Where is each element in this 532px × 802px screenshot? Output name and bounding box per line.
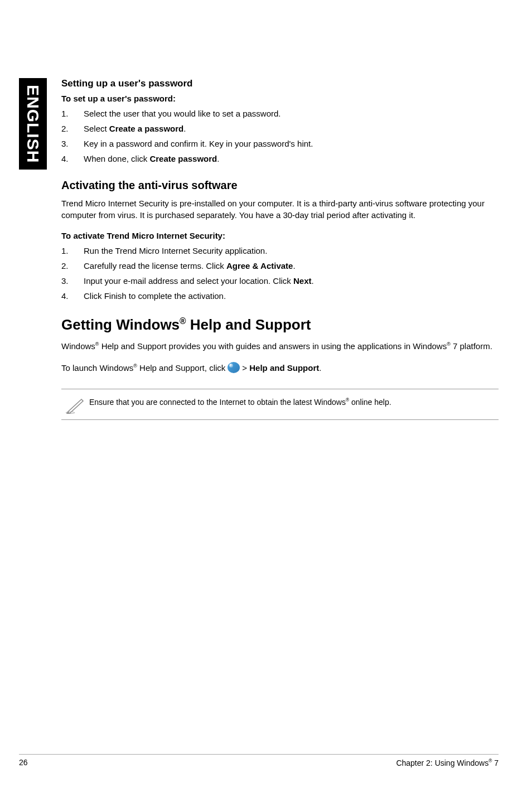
- bold-fragment: Agree & Activate: [226, 261, 293, 270]
- list-item: 3. Input your e-mail address and select …: [61, 276, 499, 286]
- bold-fragment: Create a password: [109, 124, 183, 133]
- step-number: 2.: [61, 261, 84, 270]
- page-number: 26: [19, 758, 28, 767]
- text-fragment: Carefully read the license terms. Click: [84, 261, 226, 270]
- subheading-set-password: To set up a user's password:: [61, 94, 499, 103]
- text-fragment: >: [242, 363, 249, 373]
- step-number: 2.: [61, 124, 84, 133]
- registered-mark: ®: [180, 316, 186, 326]
- body-text-antivirus: Trend Micro Internet Security is pre-ins…: [61, 197, 499, 221]
- step-number: 4.: [61, 291, 84, 301]
- text-fragment: .: [217, 154, 219, 163]
- text-fragment: Help and Support, click: [137, 363, 225, 373]
- bold-fragment: Create password: [149, 154, 217, 163]
- steps-set-password: 1. Select the user that you would like t…: [61, 109, 499, 163]
- list-item: 4. When done, click Create password.: [61, 154, 499, 163]
- step-number: 4.: [61, 154, 84, 163]
- step-number: 1.: [61, 246, 84, 255]
- text-fragment: Chapter 2: Using Windows: [396, 758, 489, 767]
- note-text: Ensure that you are connected to the Int…: [89, 395, 391, 407]
- windows-start-icon: [228, 362, 240, 373]
- note-callout: Ensure that you are connected to the Int…: [61, 389, 499, 420]
- section-heading-antivirus: Activating the anti-virus software: [61, 179, 499, 192]
- chapter-label: Chapter 2: Using Windows® 7: [396, 758, 499, 767]
- text-fragment: To launch Windows® Help and Support, cli…: [61, 363, 225, 373]
- body-text-help-support: Windows® Help and Support provides you w…: [61, 340, 499, 352]
- list-item: 2. Carefully read the license terms. Cli…: [61, 261, 499, 270]
- text-fragment: When done, click: [84, 154, 149, 163]
- text-fragment: Input your e-mail address and select you…: [84, 276, 293, 286]
- text-fragment: To launch Windows: [61, 363, 133, 373]
- text-fragment: Ensure that you are connected to the Int…: [89, 398, 346, 407]
- step-text: Key in a password and confirm it. Key in…: [84, 139, 499, 148]
- step-text: Carefully read the license terms. Click …: [84, 261, 499, 270]
- text-fragment: .: [293, 261, 295, 270]
- step-text: Click Finish to complete the activation.: [84, 291, 499, 301]
- list-item: 1. Select the user that you would like t…: [61, 109, 499, 118]
- text-fragment: .: [319, 363, 321, 373]
- registered-mark: ®: [133, 363, 137, 369]
- launch-instruction: To launch Windows® Help and Support, cli…: [61, 362, 499, 373]
- section-heading-help-support: Getting Windows® Help and Support: [61, 316, 499, 334]
- text-fragment: > Help and Support.: [242, 363, 321, 373]
- step-number: 1.: [61, 109, 84, 118]
- step-text: Select Create a password.: [84, 124, 499, 133]
- step-number: 3.: [61, 276, 84, 286]
- step-text: Run the Trend Micro Internet Security ap…: [84, 246, 499, 255]
- list-item: 4. Click Finish to complete the activati…: [61, 291, 499, 301]
- page-footer: 26 Chapter 2: Using Windows® 7: [19, 754, 499, 767]
- text-fragment: Select: [84, 124, 109, 133]
- text-fragment: 7: [492, 758, 499, 767]
- steps-activate-trend: 1. Run the Trend Micro Internet Security…: [61, 246, 499, 301]
- registered-mark: ®: [447, 341, 451, 347]
- pen-icon: [61, 395, 89, 414]
- list-item: 3. Key in a password and confirm it. Key…: [61, 139, 499, 148]
- bold-fragment: Help and Support: [249, 363, 319, 373]
- text-fragment: Help and Support: [186, 316, 311, 333]
- text-fragment: Windows: [61, 341, 95, 351]
- text-fragment: Getting Windows: [61, 316, 180, 333]
- step-text: When done, click Create password.: [84, 154, 499, 163]
- list-item: 2. Select Create a password.: [61, 124, 499, 133]
- text-fragment: .: [183, 124, 186, 133]
- main-content: Setting up a user's password To set up a…: [61, 78, 499, 420]
- list-item: 1. Run the Trend Micro Internet Security…: [61, 246, 499, 255]
- step-text: Input your e-mail address and select you…: [84, 276, 499, 286]
- language-tab: ENGLISH: [19, 78, 47, 170]
- text-fragment: online help.: [349, 398, 391, 407]
- bold-fragment: Next: [293, 276, 312, 286]
- step-number: 3.: [61, 139, 84, 148]
- text-fragment: 7 platform.: [451, 341, 492, 351]
- text-fragment: .: [312, 276, 314, 286]
- registered-mark: ®: [95, 341, 99, 347]
- text-fragment: Help and Support provides you with guide…: [99, 341, 447, 351]
- subheading-activate-trend: To activate Trend Micro Internet Securit…: [61, 231, 499, 240]
- section-heading-password: Setting up a user's password: [61, 78, 499, 89]
- step-text: Select the user that you would like to s…: [84, 109, 499, 118]
